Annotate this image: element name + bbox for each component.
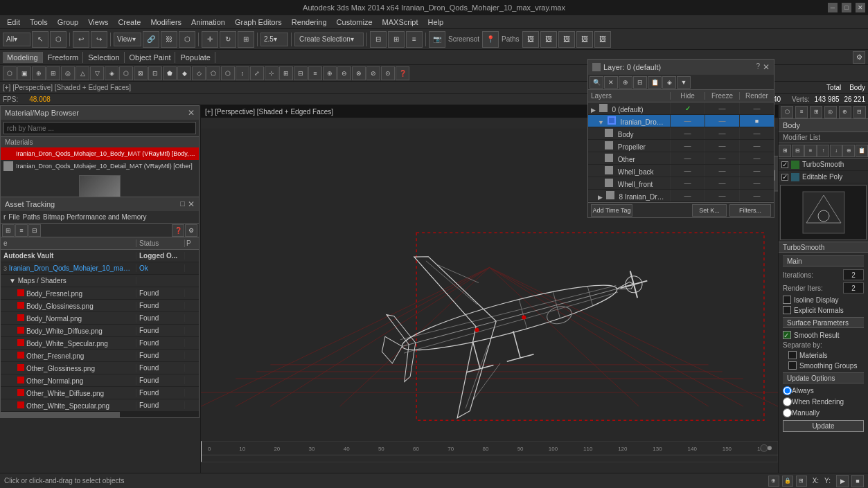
icon-btn-10[interactable]: ⊠: [134, 66, 148, 80]
isoline-checkbox[interactable]: [783, 296, 791, 304]
right-icon-2[interactable]: ≡: [795, 106, 808, 118]
menu-maxscript[interactable]: MAXScript: [378, 17, 423, 28]
layer-row-propeller[interactable]: Propeller — — —: [588, 140, 774, 152]
screenshot-btn[interactable]: 📷: [429, 31, 445, 48]
modifier-turbosmooth[interactable]: ✓ TurboSmooth: [779, 159, 868, 171]
menu-create[interactable]: Create: [114, 17, 145, 28]
icon-btn-22[interactable]: ≡: [308, 66, 322, 80]
icon-btn-19[interactable]: ⊹: [265, 66, 278, 80]
material-browser-titlebar[interactable]: Material/Map Browser ✕: [1, 106, 199, 120]
render-iters-input[interactable]: [843, 282, 864, 293]
layer-hide-propeller[interactable]: —: [670, 140, 705, 152]
layer-tool-5[interactable]: 📋: [648, 76, 662, 89]
mod-icon-1[interactable]: ⊞: [779, 145, 791, 157]
manually-radio[interactable]: [783, 408, 792, 417]
right-icon-3[interactable]: ⊞: [810, 106, 822, 118]
layer-row-default[interactable]: ▶ 0 (default) ✓ — —: [588, 102, 774, 115]
icon-btn-12[interactable]: ⬟: [163, 66, 177, 80]
material-browser-close[interactable]: ✕: [188, 108, 195, 118]
menu-animation[interactable]: Animation: [187, 17, 229, 28]
icon-btn-16[interactable]: ⬡: [221, 66, 235, 80]
render4-btn[interactable]: 🖼: [576, 31, 593, 48]
right-icon-5[interactable]: ⊕: [839, 106, 851, 118]
icon-btn-5[interactable]: ◎: [61, 66, 75, 80]
render5-btn[interactable]: 🖼: [594, 31, 611, 48]
asset-menu-bitmap[interactable]: Bitmap Performance and Memory: [43, 213, 147, 221]
layer-freeze-whell-back[interactable]: —: [705, 165, 739, 177]
modifier-editable-poly[interactable]: ✓ Editable Poly: [779, 171, 868, 183]
unlink-btn[interactable]: ⛓: [161, 31, 177, 48]
render-btn[interactable]: 🖼: [522, 31, 539, 48]
asset-row-maps[interactable]: ▼ Maps / Shaders: [1, 275, 199, 287]
coord-dropdown[interactable]: 2.5 ▾: [260, 33, 288, 46]
tab-freeform[interactable]: Freeform: [44, 52, 84, 63]
smooth-result-checkbox[interactable]: ✓: [783, 331, 791, 339]
menu-modifiers[interactable]: Modifiers: [146, 17, 186, 28]
layer-row-other[interactable]: Other — — —: [588, 152, 774, 165]
layer-hide-default[interactable]: ✓: [670, 102, 705, 114]
asset-row-body-white-spec[interactable]: Body_White_Specular.png Found: [1, 337, 199, 350]
icon-btn-15[interactable]: ⬠: [206, 66, 220, 80]
nav-btn-2[interactable]: 🔒: [782, 476, 793, 487]
layer-render-iranian[interactable]: ■: [739, 115, 774, 127]
turbosmooth-section-header[interactable]: TurboSmooth: [779, 242, 868, 253]
layer-freeze-body[interactable]: —: [705, 127, 739, 139]
create-selection-btn[interactable]: Create Selection ▾: [294, 33, 364, 46]
icon-btn-3[interactable]: ⊕: [32, 66, 46, 80]
play-btn[interactable]: ▶: [836, 475, 849, 487]
menu-graph-editors[interactable]: Graph Editors: [231, 17, 286, 28]
editable-poly-checkbox[interactable]: ✓: [781, 174, 788, 181]
menu-help[interactable]: Help: [424, 17, 448, 28]
menu-views[interactable]: Views: [84, 17, 112, 28]
layer-freeze-whell-front[interactable]: —: [705, 177, 739, 189]
menu-rendering[interactable]: Rendering: [287, 17, 331, 28]
update-button[interactable]: Update: [783, 420, 864, 432]
layer-row-whell-back[interactable]: Whell_back — — —: [588, 165, 774, 177]
mirror-btn[interactable]: ⊟: [370, 31, 387, 48]
material-item-1[interactable]: Iranian_Dron_Qods_Mohajer_10_Detail_MAT …: [1, 160, 199, 172]
icon-btn-20[interactable]: ⊞: [279, 66, 293, 80]
move-btn[interactable]: ✛: [202, 31, 218, 48]
layer-render-8iranian[interactable]: —: [739, 190, 774, 201]
icon-btn-28[interactable]: ❓: [396, 66, 409, 80]
paths-btn[interactable]: 📍: [482, 31, 499, 48]
render3-btn[interactable]: 🖼: [558, 31, 575, 48]
layer-freeze-other[interactable]: —: [705, 152, 739, 164]
layer-dialog-title[interactable]: Layer: 0 (default) ? ✕: [588, 60, 774, 75]
render2-btn[interactable]: 🖼: [540, 31, 557, 48]
icon-btn-25[interactable]: ⊗: [352, 66, 366, 80]
asset-row-other-white-diff[interactable]: Other_White_Diffuse.png Found: [1, 387, 199, 399]
asset-tracking-titlebar[interactable]: Asset Tracking □ ✕: [1, 197, 199, 211]
icon-btn-17[interactable]: ↕: [236, 66, 249, 80]
smoothing-groups-checkbox[interactable]: [788, 361, 797, 370]
layer-freeze-propeller[interactable]: —: [705, 140, 739, 152]
layer-tool-7[interactable]: ▼: [677, 76, 691, 89]
layer-render-whell-back[interactable]: —: [739, 165, 774, 177]
icon-btn-9[interactable]: ⬡: [119, 66, 133, 80]
icon-btn-7[interactable]: ▽: [90, 66, 104, 80]
asset-menu-file[interactable]: File: [8, 213, 19, 221]
icon-btn-21[interactable]: ⊟: [294, 66, 308, 80]
layer-tool-3[interactable]: ⊕: [619, 76, 632, 89]
asset-row-project[interactable]: 3 Iranian_Dron_Qods_Mohajer_10_max_vray.…: [1, 262, 199, 275]
close-btn[interactable]: ✕: [856, 3, 865, 12]
tab-populate[interactable]: Populate: [176, 52, 215, 63]
layer-tool-1[interactable]: 🔍: [590, 76, 603, 89]
asset-row-other-fresnel[interactable]: Other_Fresnel.png Found: [1, 350, 199, 362]
asset-menu-paths[interactable]: Paths: [22, 213, 40, 221]
tab-modeling[interactable]: Modeling: [3, 52, 43, 63]
materials-checkbox[interactable]: [788, 351, 797, 359]
asset-row-vault[interactable]: Autodesk Vault Logged O...: [1, 250, 199, 262]
select2-btn[interactable]: ⬡: [50, 31, 67, 48]
menu-group[interactable]: Group: [53, 17, 83, 28]
add-time-tag-btn[interactable]: Add Time Tag: [591, 204, 632, 217]
asset-menu-r[interactable]: r: [3, 213, 6, 221]
select-btn[interactable]: ↖: [32, 31, 48, 48]
layer-freeze-iranian[interactable]: —: [705, 115, 739, 127]
tab-selection[interactable]: Selection: [84, 52, 124, 63]
tab-object-paint[interactable]: Object Paint: [125, 52, 176, 63]
icon-btn-2[interactable]: ▣: [17, 66, 31, 80]
mod-icon-7[interactable]: 📋: [856, 145, 868, 157]
layer-row-whell-front[interactable]: Whell_front — — —: [588, 177, 774, 190]
always-radio[interactable]: [783, 386, 792, 395]
